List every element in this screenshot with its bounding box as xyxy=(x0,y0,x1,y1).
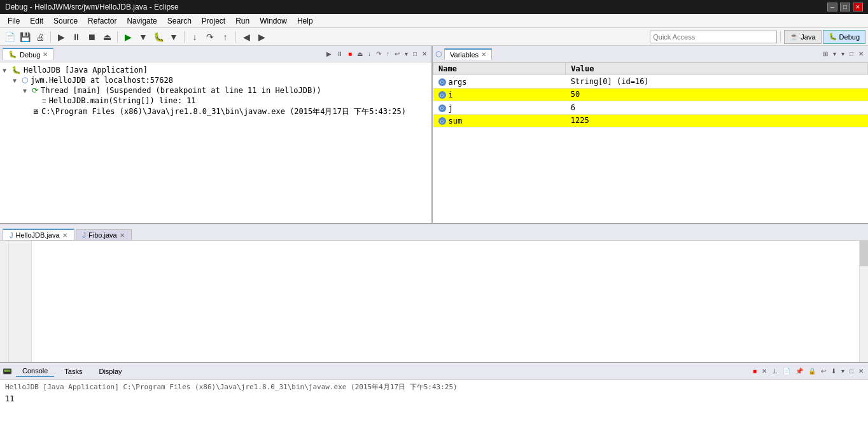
tree-item-thread-label: Thread [main] (Suspended (breakpoint at … xyxy=(41,86,321,95)
debug-run-button[interactable]: 🐛 xyxy=(151,30,165,44)
console-tab-display[interactable]: Display xyxy=(92,366,128,376)
variables-tab-close[interactable]: ✕ xyxy=(481,51,486,58)
tree-item-process-label: C:\Program Files (x86)\Java\jre1.8.0_31\… xyxy=(41,106,406,117)
console-word-wrap-btn[interactable]: ↩ xyxy=(819,367,828,375)
run-config-button[interactable]: ▼ xyxy=(136,30,150,44)
debug-stop-btn[interactable]: ■ xyxy=(346,50,354,58)
tree-item-jvm-label: jwm.HelloJDB at localhost:57628 xyxy=(31,76,173,85)
window-title: Debug - HelloJWM/src/jwm/HelloJDB.java -… xyxy=(5,3,179,11)
tree-item-frame[interactable]: ≡ HelloJDB.main(String[]) line: 11 xyxy=(33,96,429,106)
menu-navigate[interactable]: Navigate xyxy=(122,15,162,27)
run-button[interactable]: ▶ xyxy=(121,30,135,44)
step-over-button[interactable]: ↷ xyxy=(203,30,217,44)
editor-gutter xyxy=(0,241,9,362)
menu-project[interactable]: Project xyxy=(197,15,230,27)
menu-source[interactable]: Source xyxy=(48,15,83,27)
tree-item-thread[interactable]: ▼ ⟳ Thread [main] (Suspended (breakpoint… xyxy=(23,85,429,96)
menu-file[interactable]: File xyxy=(3,15,25,27)
debug-disconnect-btn[interactable]: ⏏ xyxy=(355,50,365,58)
step-out-button[interactable]: ↑ xyxy=(218,30,232,44)
menu-window[interactable]: Window xyxy=(255,15,292,27)
maximize-button[interactable]: □ xyxy=(840,3,850,11)
menu-help[interactable]: Help xyxy=(292,15,318,27)
java-icon: ☕ xyxy=(790,32,799,41)
var-table-row[interactable]: ○ j 6 xyxy=(433,101,868,115)
variables-tab[interactable]: Variables ✕ xyxy=(444,48,492,60)
console-stop-btn[interactable]: ■ xyxy=(751,367,759,375)
toolbar: 📄 💾 🖨 ▶ ⏸ ⏹ ⏏ ▶ ▼ 🐛 ▼ ↓ ↷ ↑ ◀ ▶ ☕ Java 🐛… xyxy=(0,28,868,46)
console-maximize-btn[interactable]: □ xyxy=(848,367,855,375)
perspective-debug-button[interactable]: 🐛 Debug xyxy=(823,30,865,44)
var-show-columns-btn[interactable]: ⊞ xyxy=(821,50,830,58)
var-name-cell: ○ sum xyxy=(433,114,566,127)
editor-tab-hellojdb-close[interactable]: ✕ xyxy=(62,232,67,239)
console-clear-btn[interactable]: ✕ xyxy=(760,367,769,375)
var-table-row[interactable]: ○ sum 1225 xyxy=(433,114,868,127)
toolbar-sep-1 xyxy=(50,31,51,43)
debug-config-button[interactable]: ▼ xyxy=(167,30,181,44)
debug-close-btn[interactable]: ✕ xyxy=(420,50,429,58)
console-process-label: HelloJDB [Java Application] C:\Program F… xyxy=(5,382,863,392)
debug-resume-btn[interactable]: ▶ xyxy=(325,50,333,58)
var-table-row[interactable]: ○ i 50 xyxy=(433,88,868,101)
debug-pause-btn[interactable]: ⏸ xyxy=(335,50,345,58)
menu-run[interactable]: Run xyxy=(230,15,255,27)
minimize-button[interactable]: ─ xyxy=(827,3,837,11)
disconnect-button[interactable]: ⏏ xyxy=(100,30,114,44)
pause-button[interactable]: ⏸ xyxy=(69,30,83,44)
console-pin-btn[interactable]: 📌 xyxy=(794,367,805,375)
console-new-btn[interactable]: 📄 xyxy=(781,367,792,375)
debug-tab[interactable]: 🐛 Debug ✕ xyxy=(3,48,53,60)
forward-button[interactable]: ▶ xyxy=(255,30,269,44)
editor-scrollbar[interactable] xyxy=(859,241,868,362)
step-into-button[interactable]: ↓ xyxy=(188,30,202,44)
tree-item-app[interactable]: ▼ 🐛 HelloJDB [Java Application] xyxy=(3,65,429,75)
tree-item-process[interactable]: 🖥 C:\Program Files (x86)\Java\jre1.8.0_3… xyxy=(23,106,429,118)
debug-panel-header: 🐛 Debug ✕ ▶ ⏸ ■ ⏏ ↓ ↷ ↑ ↩ ▾ □ ✕ xyxy=(0,46,431,62)
var-name: i xyxy=(449,90,453,99)
back-button[interactable]: ◀ xyxy=(239,30,253,44)
save-button[interactable]: 💾 xyxy=(18,30,32,44)
close-button[interactable]: ✕ xyxy=(853,3,863,11)
perspective-java-button[interactable]: ☕ Java xyxy=(784,30,821,44)
var-icon: ○ xyxy=(438,104,446,112)
debug-step-button[interactable]: ▶ xyxy=(54,30,68,44)
stop-button[interactable]: ⏹ xyxy=(85,30,99,44)
new-button[interactable]: 📄 xyxy=(3,30,17,44)
console-lock-btn[interactable]: 🔒 xyxy=(806,367,818,375)
code-editor[interactable] xyxy=(32,241,859,362)
menu-edit[interactable]: Edit xyxy=(25,15,48,27)
debug-step-out-btn[interactable]: ↑ xyxy=(384,50,391,58)
var-minimize-btn[interactable]: ▾ xyxy=(839,50,846,58)
editor-tab-hellojdb[interactable]: J HelloJDB.java ✕ xyxy=(3,229,74,240)
variables-panel: ⬡ Variables ✕ ⊞ ▾ ▾ □ ✕ xyxy=(433,46,868,223)
debug-minimize-btn[interactable]: ▾ xyxy=(403,50,410,58)
console-tab-tasks[interactable]: Tasks xyxy=(58,366,88,376)
console-content: HelloJDB [Java Application] C:\Program F… xyxy=(0,380,868,437)
debug-tab-close[interactable]: ✕ xyxy=(43,51,48,58)
debug-step-return-btn[interactable]: ↩ xyxy=(393,50,402,58)
console-scroll-lock-btn[interactable]: ⬇ xyxy=(829,367,838,375)
var-icon: ○ xyxy=(438,117,446,125)
var-collapse-btn[interactable]: ▾ xyxy=(831,50,838,58)
var-maximize-btn[interactable]: □ xyxy=(848,50,855,58)
console-close-btn[interactable]: ✕ xyxy=(857,367,865,375)
console-tab-console[interactable]: Console xyxy=(16,366,54,377)
console-minimize-btn[interactable]: ▾ xyxy=(839,367,846,375)
var-col-name: Name xyxy=(433,63,566,75)
quick-access-input[interactable] xyxy=(650,31,777,43)
var-close-btn[interactable]: ✕ xyxy=(857,50,865,58)
variables-table: Name Value ○ args String[0] (id=16) ○ i … xyxy=(433,62,868,223)
console-scroll-btn[interactable]: ⊥ xyxy=(770,367,780,375)
debug-step-over-btn[interactable]: ↷ xyxy=(374,50,383,58)
print-button[interactable]: 🖨 xyxy=(33,30,47,44)
debug-step-into-btn[interactable]: ↓ xyxy=(366,50,373,58)
editor-tab-fibo[interactable]: J Fibo.java ✕ xyxy=(76,229,132,240)
var-table-row[interactable]: ○ args String[0] (id=16) xyxy=(433,75,868,89)
editor-tab-fibo-label: Fibo.java xyxy=(88,231,117,239)
menu-search[interactable]: Search xyxy=(162,15,197,27)
tree-item-jvm[interactable]: ▼ ⬡ jwm.HelloJDB at localhost:57628 xyxy=(13,75,429,85)
debug-maximize-btn[interactable]: □ xyxy=(411,50,419,58)
editor-tab-fibo-close[interactable]: ✕ xyxy=(120,232,125,239)
menu-refactor[interactable]: Refactor xyxy=(83,15,122,27)
